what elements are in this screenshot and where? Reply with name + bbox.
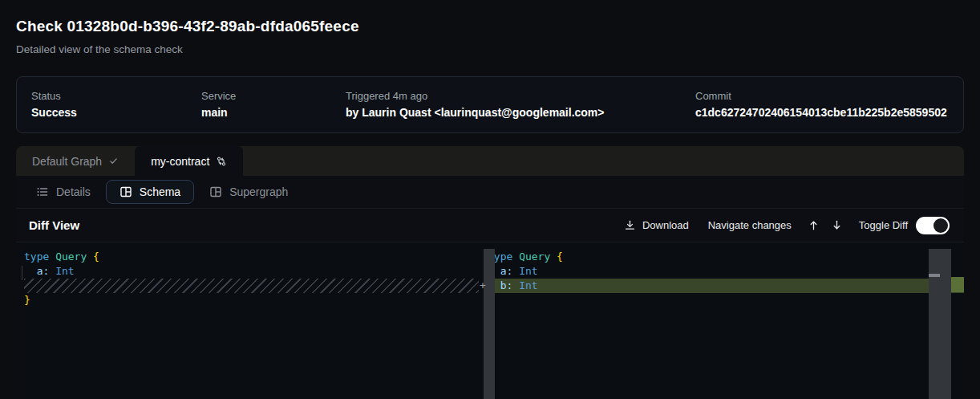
arrow-up-icon <box>808 219 820 231</box>
code-line: type Query { <box>16 250 479 264</box>
overview-ruler-added-marker <box>951 277 964 292</box>
tab-details[interactable]: Details <box>26 180 101 204</box>
code-line: type Query { <box>479 250 964 264</box>
code-line: } <box>479 293 964 307</box>
page-header: Check 01328b0d-b396-43f2-89ab-dfda065fee… <box>0 0 980 56</box>
git-compare-icon <box>216 156 227 167</box>
diff-toolbar: Diff View Download Navigate changes <box>16 209 964 242</box>
schema-diff-editor: type Query { a: Int} type Query { a: Int… <box>16 242 964 399</box>
code-line: a: Int <box>479 264 964 279</box>
page-subtitle: Detailed view of the schema check <box>16 43 964 56</box>
code-line: a: Int <box>16 264 479 279</box>
page-title: Check 01328b0d-b396-43f2-89ab-dfda065fee… <box>16 16 964 37</box>
triggered-label: Triggered 4m ago <box>346 89 695 103</box>
columns-icon <box>119 185 132 198</box>
check-summary-card: Status Success Service main Triggered 4m… <box>16 76 964 133</box>
tab-schema[interactable]: Schema <box>106 180 194 204</box>
navigate-changes-label: Navigate changes <box>708 219 792 231</box>
status-value: Success <box>31 105 201 120</box>
commit-label: Commit <box>695 89 949 103</box>
download-icon <box>624 219 636 231</box>
list-icon <box>36 185 49 198</box>
check-icon <box>108 156 119 166</box>
tab-details-label: Details <box>56 185 91 198</box>
overview-ruler <box>951 242 964 399</box>
previous-change-button[interactable] <box>808 219 820 231</box>
minimap-added-line <box>929 274 940 277</box>
tab-supergraph[interactable]: Supergraph <box>199 180 298 204</box>
tab-default-graph-label: Default Graph <box>32 155 102 168</box>
download-button[interactable]: Download <box>624 219 689 231</box>
service-value: main <box>201 105 346 120</box>
tab-schema-label: Schema <box>140 185 180 198</box>
toggle-knob <box>933 218 948 233</box>
diff-view-title: Diff View <box>29 218 79 232</box>
diff-filler-line <box>24 279 479 293</box>
status-label: Status <box>31 89 201 103</box>
check-workspace: Default Graph my-contract <box>16 146 964 399</box>
tab-supergraph-label: Supergraph <box>229 185 288 198</box>
toggle-diff-label: Toggle Diff <box>859 219 908 231</box>
columns-icon <box>209 185 222 198</box>
download-label: Download <box>642 219 689 231</box>
commit-value: c1dc62724702406154013cbe11b225b2e5859502 <box>695 105 949 120</box>
indent-guide <box>22 266 22 280</box>
diff-controls: Download Navigate changes <box>624 217 964 234</box>
service-field: Service main <box>201 89 346 120</box>
toggle-diff-switch[interactable] <box>916 217 950 234</box>
service-label: Service <box>201 89 346 103</box>
triggered-field: Triggered 4m ago by Laurin Quast <laurin… <box>346 89 695 120</box>
diff-pane-original[interactable]: type Query { a: Int} <box>16 242 479 399</box>
graph-tabstrip: Default Graph my-contract <box>16 146 964 176</box>
diff-insert-sign: + <box>480 279 486 293</box>
next-change-button[interactable] <box>831 219 843 231</box>
code-line: } <box>16 293 479 307</box>
tab-my-contract-label: my-contract <box>151 155 209 168</box>
tab-my-contract[interactable]: my-contract <box>135 146 243 176</box>
triggered-value: by Laurin Quast <laurinquast@googlemail.… <box>346 105 695 120</box>
view-tabs: Details Schema Supergraph <box>16 176 964 209</box>
tab-default-graph[interactable]: Default Graph <box>16 146 135 176</box>
commit-field: Commit c1dc62724702406154013cbe11b225b2e… <box>695 89 949 120</box>
arrow-down-icon <box>831 219 843 231</box>
left-pane-scrollbar[interactable] <box>484 249 495 399</box>
diff-pane-modified[interactable]: type Query { a: Int b: Int} <box>479 242 964 399</box>
code-line-added: b: Int <box>479 279 964 293</box>
schema-check-page: Check 01328b0d-b396-43f2-89ab-dfda065fee… <box>0 0 980 399</box>
minimap-scrollbar[interactable] <box>929 249 951 399</box>
status-field: Status Success <box>31 89 201 120</box>
